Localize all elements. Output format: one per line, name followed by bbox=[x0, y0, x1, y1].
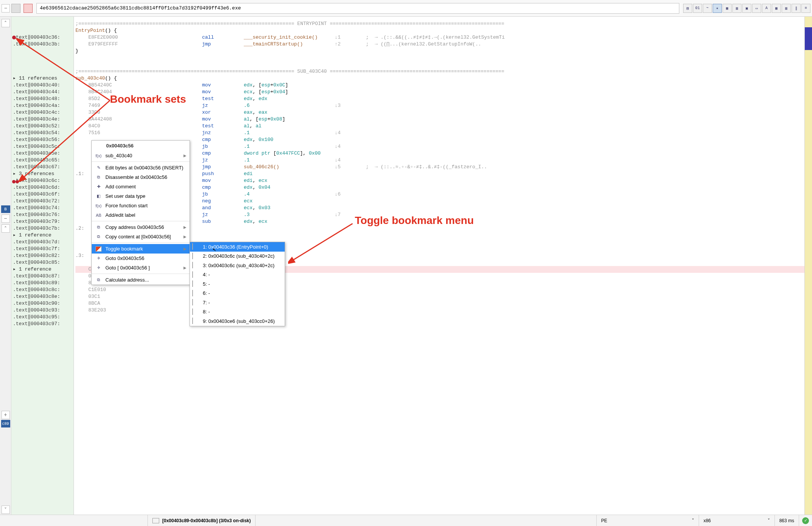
addr-line[interactable] bbox=[11, 55, 74, 61]
code-row[interactable] bbox=[75, 61, 804, 68]
addr-line[interactable]: .text‖000403c97: bbox=[11, 321, 74, 327]
code-row[interactable]: E979FEFFFFjmp___tmainCRTStartup()↑2; → (… bbox=[75, 41, 804, 48]
addr-line[interactable]: .text‖000403c6f: bbox=[11, 191, 74, 198]
addr-line[interactable]: .text‖000403c7d: bbox=[11, 239, 74, 246]
code-row[interactable]: 83E203 bbox=[75, 307, 804, 314]
ctx-item[interactable]: ✎Edit bytes at 0x00403c56 (INSERT) bbox=[92, 163, 190, 172]
addr-line[interactable]: .text‖000403c67: bbox=[11, 164, 74, 171]
addr-line[interactable]: .text‖000403c85: bbox=[11, 259, 74, 266]
addr-line[interactable]: .text‖000403c95: bbox=[11, 314, 74, 321]
code-row[interactable]: } bbox=[75, 48, 804, 55]
addr-line[interactable]: .text‖000403c79: bbox=[11, 218, 74, 225]
addr-line[interactable]: .text‖000403c6c: bbox=[11, 177, 74, 184]
addr-line[interactable]: ▸ 11 references bbox=[11, 75, 74, 82]
addr-line[interactable]: .text‖000403c72: bbox=[11, 198, 74, 205]
bookmark-slot[interactable]: 7: - bbox=[190, 298, 285, 307]
code-row[interactable]: 84C0testal, al bbox=[75, 123, 804, 130]
tool-2[interactable]: 01 bbox=[693, 4, 702, 13]
collapse-2[interactable]: − bbox=[2, 214, 10, 223]
tag-b[interactable]: B bbox=[1, 205, 10, 213]
addr-line[interactable] bbox=[11, 68, 74, 75]
tool-7[interactable]: ▣ bbox=[742, 4, 751, 13]
code-row[interactable]: 8B54240Cmovedx, [esp+0x0C] bbox=[75, 82, 804, 89]
minimap[interactable] bbox=[804, 17, 812, 515]
code-row[interactable]: 7469jz.6↓3 bbox=[75, 102, 804, 109]
addr-line[interactable]: .text‖000403c6d: bbox=[11, 184, 74, 191]
addr-line[interactable]: .text‖000403c89: bbox=[11, 280, 74, 286]
code-row[interactable] bbox=[75, 55, 804, 61]
code-row[interactable]: 85D2testedx, edx bbox=[75, 95, 804, 102]
tool-6[interactable]: ▥ bbox=[732, 4, 741, 13]
ctx-item[interactable]: ABAdd/edit label bbox=[92, 210, 190, 220]
addr-line[interactable]: .text‖000403c93: bbox=[11, 307, 74, 314]
addr-line[interactable]: .text‖000403c40: bbox=[11, 82, 74, 89]
addr-line[interactable]: .text‖000403c48: bbox=[11, 95, 74, 102]
code-row[interactable]: 03C1 bbox=[75, 293, 804, 300]
code-row[interactable]: 8A442408moval, [esp+0x08] bbox=[75, 116, 804, 123]
ctx-item[interactable]: ✈Goto [ 0x00403c56 ]▶ bbox=[92, 263, 190, 272]
addr-line[interactable]: .text‖000403c87: bbox=[11, 273, 74, 280]
ctx-item[interactable]: ✚Add comment bbox=[92, 182, 190, 191]
bookmark-slot[interactable]: 1: 0x00403c36 (EntryPoint+0) bbox=[190, 242, 285, 252]
tool-13[interactable]: ≡ bbox=[801, 4, 810, 13]
addr-line[interactable]: .text‖000403c4a: bbox=[11, 102, 74, 109]
tool-4[interactable]: ✶ bbox=[713, 4, 722, 13]
addr-line[interactable]: .text‖000403c65: bbox=[11, 157, 74, 164]
addr-line[interactable]: .text‖000403c8e: bbox=[11, 293, 74, 300]
ctx-item[interactable]: f(x)sub_403c40▶ bbox=[92, 151, 190, 160]
addr-line[interactable]: .text‖000403c44: bbox=[11, 89, 74, 95]
addr-line[interactable]: .text‖000403c74: bbox=[11, 205, 74, 211]
bookmark-slot[interactable]: 2: 0x00403c6c (sub_403c40+2c) bbox=[190, 252, 285, 261]
code-row[interactable]: ;=======================================… bbox=[75, 20, 804, 27]
ctx-item[interactable]: Toggle bookmark▶ bbox=[92, 244, 190, 254]
file-close-icon[interactable] bbox=[24, 4, 33, 13]
tool-10[interactable]: ▦ bbox=[772, 4, 781, 13]
ctx-item[interactable]: ⧉Copy content at [0x00403c56]▶ bbox=[92, 232, 190, 241]
ctx-item[interactable]: ✈Goto 0x00403c56 bbox=[92, 254, 190, 263]
tool-1[interactable]: ▤ bbox=[683, 4, 692, 13]
filename-input[interactable] bbox=[36, 3, 679, 14]
addr-line[interactable]: .text‖000403c54: bbox=[11, 130, 74, 136]
addr-line[interactable] bbox=[11, 20, 74, 27]
tool-9[interactable]: A bbox=[762, 4, 771, 13]
addr-line[interactable]: .text‖000403c82: bbox=[11, 252, 74, 259]
addr-line[interactable]: .text‖000403c5c: bbox=[11, 143, 74, 150]
code-row[interactable]: E8FE2E0000call___security_init_cookie()↓… bbox=[75, 34, 804, 41]
code-row[interactable]: 8BCA bbox=[75, 300, 804, 307]
addr-line[interactable]: ▸ 1 reference bbox=[11, 266, 74, 273]
code-row[interactable]: 8B4C2404movecx, [esp+0x04] bbox=[75, 89, 804, 95]
addr-line[interactable]: .text‖000403c8c: bbox=[11, 286, 74, 293]
tool-12[interactable]: ∥ bbox=[792, 4, 801, 13]
bookmark-slot[interactable]: 8: - bbox=[190, 307, 285, 317]
addr-line[interactable]: .text‖000403c52: bbox=[11, 123, 74, 130]
addr-line[interactable]: .text‖000403c4c: bbox=[11, 109, 74, 116]
scroll-up-2[interactable]: ˄ bbox=[2, 224, 10, 233]
bookmark-slot[interactable]: 9: 0x00403ce6 (sub_403cc0+26) bbox=[190, 316, 285, 326]
addr-line[interactable] bbox=[11, 61, 74, 68]
tool-5[interactable]: ▦ bbox=[723, 4, 732, 13]
ctx-item[interactable]: ⧉Disassemble at 0x00403c56 bbox=[92, 172, 190, 182]
addr-line[interactable]: .text‖000403c56: bbox=[11, 136, 74, 143]
code-row[interactable]: 33C0xoreax, eax bbox=[75, 109, 804, 116]
addr-line[interactable]: .text‖000403c7f: bbox=[11, 246, 74, 252]
tool-8[interactable]: ▭ bbox=[752, 4, 761, 13]
tool-3[interactable]: ~ bbox=[703, 4, 712, 13]
status-arch[interactable]: x86˅ bbox=[699, 515, 775, 526]
addr-line[interactable]: ▸ 1 reference bbox=[11, 232, 74, 239]
ctx-item[interactable]: ◧Set user data type bbox=[92, 191, 190, 201]
addr-line[interactable]: .text‖000403c7b: bbox=[11, 225, 74, 232]
bookmark-slot[interactable]: 3: 0x00403c6c (sub_403c40+2c) bbox=[190, 261, 285, 270]
collapse-btn[interactable]: − bbox=[2, 4, 10, 13]
code-row[interactable]: ;=======================================… bbox=[75, 68, 804, 75]
ctx-item[interactable]: f(x)Force function start bbox=[92, 201, 190, 210]
code-row[interactable]: C1E010 bbox=[75, 286, 804, 293]
addr-line[interactable]: .text‖000403c90: bbox=[11, 300, 74, 307]
addr-line[interactable] bbox=[11, 27, 74, 34]
code-row[interactable]: sub_403c40() { bbox=[75, 75, 804, 82]
bookmark-slot[interactable]: 4: - bbox=[190, 270, 285, 280]
ctx-item[interactable]: ⧉Calculate address... bbox=[92, 275, 190, 285]
scroll-up[interactable]: ˄ bbox=[2, 19, 10, 27]
code-row[interactable]: EntryPoint() { bbox=[75, 27, 804, 34]
addr-line[interactable]: ▸ 3 references bbox=[11, 171, 74, 177]
bookmark-slot[interactable]: 6: - bbox=[190, 289, 285, 298]
